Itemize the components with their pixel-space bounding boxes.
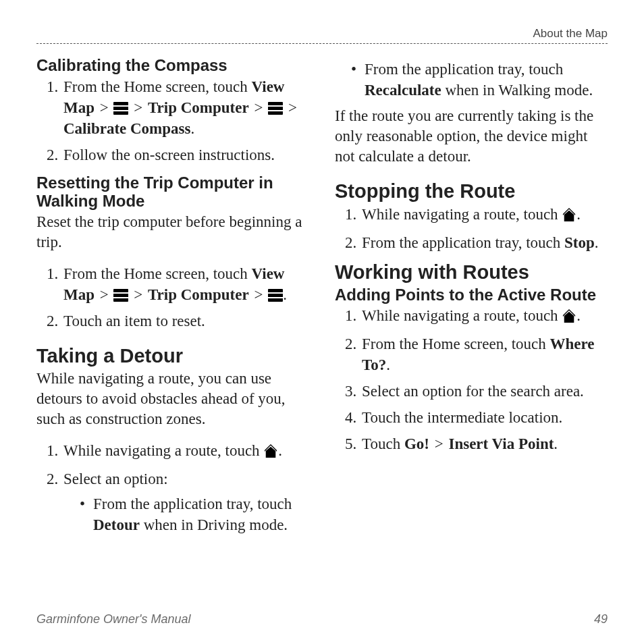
text: when in Walking mode. xyxy=(441,82,593,99)
period: . xyxy=(283,286,287,303)
period: . xyxy=(190,120,194,137)
period: . xyxy=(278,442,282,459)
home-icon xyxy=(562,307,576,328)
menu-icon xyxy=(113,289,128,302)
running-head: About the Map xyxy=(36,27,608,44)
label-insert-via: Insert Via Point xyxy=(448,435,554,452)
manual-page: About the Map Calibrating the Compass Fr… xyxy=(0,0,644,644)
heading-working-routes: Working with Routes xyxy=(335,261,608,284)
heading-stopping-route: Stopping the Route xyxy=(335,180,608,203)
footer-page-number: 49 xyxy=(594,612,608,626)
home-icon xyxy=(263,442,278,463)
working-step-5: Touch Go! > Insert Via Point. xyxy=(360,433,608,454)
right-column: From the application tray, touch Recalcu… xyxy=(335,56,608,543)
gt-icon: > xyxy=(283,99,298,116)
period: . xyxy=(595,234,599,251)
menu-icon xyxy=(268,289,283,302)
detour-steps: While navigating a route, touch . Select… xyxy=(36,440,309,535)
home-icon xyxy=(562,206,576,227)
label-trip-computer: Trip Computer xyxy=(148,286,249,303)
text: Touch xyxy=(362,435,404,452)
gt-icon: > xyxy=(128,99,147,116)
working-step-1: While navigating a route, touch . xyxy=(360,305,608,328)
period: . xyxy=(576,307,581,324)
detour-note: If the route you are currently taking is… xyxy=(335,106,608,167)
detour-option-driving: From the application tray, touch Detour … xyxy=(80,493,309,535)
text: While navigating a route, touch xyxy=(362,307,562,324)
label-detour: Detour xyxy=(93,516,140,533)
reset-steps: From the Home screen, touch View Map > >… xyxy=(36,263,309,331)
text: Select an option: xyxy=(63,471,168,487)
detour-options-cont: From the application tray, touch Recalcu… xyxy=(335,59,608,101)
detour-step-2: Select an option: From the application t… xyxy=(62,468,309,535)
heading-adding-points: Adding Points to the Active Route xyxy=(335,286,608,304)
text: From the application tray, touch xyxy=(365,61,563,78)
detour-step-1: While navigating a route, touch . xyxy=(62,440,309,463)
menu-icon xyxy=(268,102,283,115)
label-go: Go! xyxy=(404,435,429,452)
stop-steps: While navigating a route, touch . From t… xyxy=(335,204,608,253)
working-step-2: From the Home screen, touch Where To?. xyxy=(360,333,608,375)
gt-icon: > xyxy=(95,286,113,303)
reset-step-1: From the Home screen, touch View Map > >… xyxy=(62,263,309,305)
label-recalculate: Recalculate xyxy=(365,82,441,99)
text: From the application tray, touch xyxy=(93,495,292,512)
label-calibrate-compass: Calibrate Compass xyxy=(63,120,190,137)
gt-icon: > xyxy=(128,286,147,303)
reset-step-2: Touch an item to reset. xyxy=(62,311,309,331)
text: While navigating a route, touch xyxy=(63,442,263,459)
text: While navigating a route, touch xyxy=(362,206,562,223)
compass-step-2: Follow the on-screen instructions. xyxy=(62,144,309,165)
period: . xyxy=(554,435,558,452)
working-step-4: Touch the intermediate location. xyxy=(360,407,608,428)
reset-intro: Reset the trip computer before beginning… xyxy=(36,212,309,252)
text: From the Home screen, touch xyxy=(63,265,251,282)
text: when in Driving mode. xyxy=(140,516,288,533)
text: From the application tray, touch xyxy=(362,234,564,251)
text: From the Home screen, touch xyxy=(63,78,251,95)
label-stop: Stop xyxy=(564,234,595,251)
working-steps: While navigating a route, touch . From t… xyxy=(335,305,608,454)
compass-step-1: From the Home screen, touch View Map > >… xyxy=(62,76,309,139)
heading-reset-trip: Resetting the Trip Computer in Walking M… xyxy=(36,173,309,211)
compass-steps: From the Home screen, touch View Map > >… xyxy=(36,76,309,165)
gt-icon: > xyxy=(95,99,113,116)
working-step-3: Select an option for the search area. xyxy=(360,381,608,402)
stop-step-1: While navigating a route, touch . xyxy=(360,204,608,227)
detour-intro: While navigating a route, you can use de… xyxy=(36,369,309,429)
left-column: Calibrating the Compass From the Home sc… xyxy=(36,56,309,543)
page-footer: Garminfone Owner's Manual 49 xyxy=(36,612,608,626)
gt-icon: > xyxy=(249,286,268,303)
heading-taking-detour: Taking a Detour xyxy=(36,345,309,367)
gt-icon: > xyxy=(249,99,268,116)
menu-icon xyxy=(113,102,128,115)
heading-calibrate-compass: Calibrating the Compass xyxy=(36,56,309,75)
footer-title: Garminfone Owner's Manual xyxy=(36,612,191,626)
period: . xyxy=(576,206,581,223)
detour-options: From the application tray, touch Detour … xyxy=(63,493,309,535)
gt-icon: > xyxy=(429,435,448,452)
text: From the Home screen, touch xyxy=(362,336,549,352)
label-trip-computer: Trip Computer xyxy=(148,99,249,116)
period: . xyxy=(386,356,390,373)
detour-option-walking: From the application tray, touch Recalcu… xyxy=(351,59,608,101)
content-columns: Calibrating the Compass From the Home sc… xyxy=(36,56,608,543)
stop-step-2: From the application tray, touch Stop. xyxy=(360,232,608,253)
